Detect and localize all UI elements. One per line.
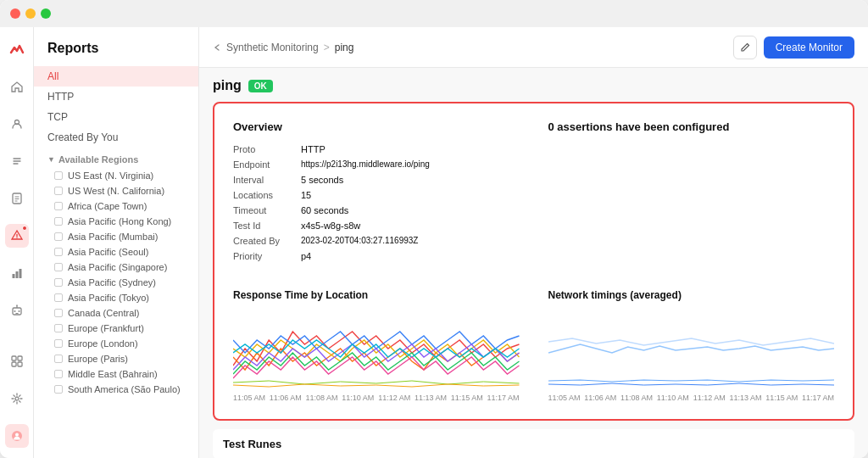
svg-rect-11 — [15, 271, 18, 278]
nav-item-all[interactable]: All — [34, 66, 198, 87]
page-content: ping OK Overview Proto HTTP — [199, 68, 868, 458]
nav-title: Reports — [34, 37, 198, 66]
maximize-dot[interactable] — [41, 8, 51, 19]
monitor-details-grid: Overview Proto HTTP Endpoint https://p2i… — [213, 102, 854, 421]
region-middle-east[interactable]: Middle East (Bahrain) — [34, 366, 198, 382]
network-timings-svg — [548, 306, 835, 391]
svg-point-16 — [14, 310, 15, 312]
region-europe-frankfurt[interactable]: Europe (Frankfurt) — [34, 321, 198, 336]
edit-button[interactable] — [733, 36, 757, 59]
response-time-chart-card: Response Time by Location — [223, 281, 530, 411]
region-checkbox[interactable] — [54, 171, 63, 180]
monitor-title-row: ping OK — [213, 78, 854, 93]
create-monitor-button[interactable]: Create Monitor — [764, 36, 854, 59]
region-africa[interactable]: Africa (Cape Town) — [34, 198, 198, 214]
nav-item-http[interactable]: HTTP — [34, 87, 198, 107]
region-ap-hk[interactable]: Asia Pacific (Hong Kong) — [34, 214, 198, 229]
network-timings-chart-card: Network timings (averaged) — [538, 281, 845, 411]
close-dot[interactable] — [10, 8, 20, 19]
overview-title: Overview — [233, 120, 520, 133]
network-timings-chart-area — [548, 306, 835, 391]
status-badge: OK — [248, 80, 273, 92]
testid-label: Test Id — [233, 221, 301, 231]
overview-row-priority: Priority p4 — [233, 249, 520, 264]
overview-row-createdby: Created By 2023-02-20T04:03:27.116993Z — [233, 233, 520, 249]
response-time-chart-area — [233, 306, 520, 391]
back-icon[interactable] — [213, 43, 221, 52]
region-checkbox[interactable] — [54, 309, 63, 317]
chart-icon[interactable] — [5, 261, 29, 285]
svg-rect-19 — [12, 356, 16, 360]
header-actions: Create Monitor — [733, 36, 854, 59]
createdby-value: 2023-02-20T04:03:27.116993Z — [301, 236, 418, 246]
monitor-name: ping — [213, 78, 242, 93]
region-checkbox[interactable] — [54, 339, 63, 348]
overview-row-endpoint: Endpoint https://p2i13hg.middleware.io/p… — [233, 157, 520, 172]
overview-row-locations: Locations 15 — [233, 187, 520, 203]
region-checkbox[interactable] — [54, 232, 63, 241]
nav-item-tcp[interactable]: TCP — [34, 107, 198, 127]
network-timings-chart-title: Network timings (averaged) — [548, 289, 835, 301]
svg-point-25 — [15, 433, 19, 437]
interval-value: 5 seconds — [301, 175, 343, 185]
alert-icon[interactable] — [5, 224, 29, 248]
response-time-xaxis: 11:05 AM 11:06 AM 11:08 AM 11:10 AM 11:1… — [233, 394, 520, 402]
regions-section-title: ▼ Available Regions — [34, 148, 198, 168]
region-checkbox[interactable] — [54, 370, 63, 378]
overview-card: Overview Proto HTTP Endpoint https://p2i… — [223, 112, 530, 272]
region-ap-mumbai[interactable]: Asia Pacific (Mumbai) — [34, 229, 198, 244]
region-checkbox[interactable] — [54, 217, 63, 226]
svg-point-15 — [16, 304, 18, 306]
region-canada[interactable]: Canada (Central) — [34, 305, 198, 321]
overview-row-timeout: Timeout 60 seconds — [233, 203, 520, 218]
app-window: Reports All HTTP TCP Created By You ▼ Av… — [0, 0, 868, 458]
overview-row-testid: Test Id x4s5-w8g-s8w — [233, 218, 520, 233]
region-ap-tokyo[interactable]: Asia Pacific (Tokyo) — [34, 290, 198, 305]
main-content: Synthetic Monitoring > ping Create Monit… — [199, 27, 868, 458]
timeout-value: 60 seconds — [301, 205, 348, 215]
settings-icon[interactable] — [5, 387, 29, 411]
breadcrumb-parent[interactable]: Synthetic Monitoring — [226, 42, 319, 53]
region-checkbox[interactable] — [54, 278, 63, 287]
list-icon[interactable] — [5, 149, 29, 173]
region-checkbox[interactable] — [54, 263, 63, 271]
endpoint-label: Endpoint — [233, 159, 301, 170]
region-ap-sydney[interactable]: Asia Pacific (Sydney) — [34, 275, 198, 290]
region-checkbox[interactable] — [54, 324, 63, 332]
interval-label: Interval — [233, 175, 301, 185]
proto-value: HTTP — [301, 144, 326, 154]
users-icon[interactable] — [5, 112, 29, 136]
region-us-west[interactable]: US West (N. California) — [34, 183, 198, 198]
region-checkbox[interactable] — [54, 202, 63, 210]
region-ap-seoul[interactable]: Asia Pacific (Seoul) — [34, 244, 198, 260]
edit-icon — [740, 42, 750, 53]
region-europe-london[interactable]: Europe (London) — [34, 336, 198, 351]
robot-icon[interactable] — [5, 299, 29, 322]
region-south-america[interactable]: South America (São Paulo) — [34, 382, 198, 397]
document-icon[interactable] — [5, 187, 29, 210]
assertions-card: 0 assertions have been configured — [538, 112, 845, 272]
svg-point-17 — [18, 310, 19, 312]
region-checkbox[interactable] — [54, 248, 63, 256]
locations-value: 15 — [301, 190, 311, 200]
minimize-dot[interactable] — [25, 8, 36, 19]
region-checkbox[interactable] — [54, 293, 63, 302]
region-checkbox[interactable] — [54, 385, 63, 394]
icon-sidebar — [0, 27, 34, 458]
home-icon[interactable] — [5, 75, 29, 98]
region-ap-singapore[interactable]: Asia Pacific (Singapore) — [34, 260, 198, 275]
breadcrumb-current: ping — [335, 42, 354, 53]
region-us-east[interactable]: US East (N. Virginia) — [34, 168, 198, 183]
grid-icon[interactable] — [5, 349, 29, 373]
user-avatar-icon[interactable] — [5, 424, 29, 448]
nav-item-created-by-you[interactable]: Created By You — [34, 127, 198, 148]
priority-value: p4 — [301, 251, 311, 261]
region-europe-paris[interactable]: Europe (Paris) — [34, 351, 198, 366]
timeout-label: Timeout — [233, 205, 301, 215]
region-checkbox[interactable] — [54, 187, 63, 195]
page-header: Synthetic Monitoring > ping Create Monit… — [199, 27, 868, 68]
svg-rect-22 — [18, 362, 22, 366]
breadcrumb: Synthetic Monitoring > ping — [213, 42, 353, 53]
titlebar — [0, 0, 868, 27]
region-checkbox[interactable] — [54, 355, 63, 363]
